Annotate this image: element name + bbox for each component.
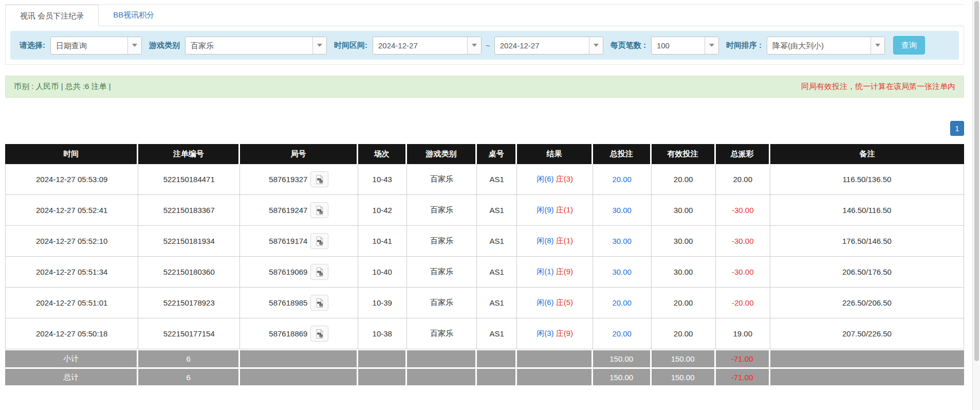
chevron-down-icon[interactable] <box>467 37 481 54</box>
result-banker: 庄(1) <box>556 205 573 214</box>
result-banker: 庄(9) <box>556 267 573 276</box>
round-id-text: 587619174 <box>269 237 307 245</box>
chevron-down-icon[interactable] <box>127 37 141 54</box>
subtotal-label: 小计 <box>5 349 138 367</box>
cell-time: 2024-12-27 05:51:34 <box>5 257 138 288</box>
date-to-picker[interactable]: 2024-12-27 <box>494 37 603 55</box>
cell-round-id: 587619247 <box>240 195 358 226</box>
cell-total-bet: 30.00 <box>593 226 652 257</box>
game-type-select[interactable]: 百家乐 <box>185 37 327 55</box>
cell-payout: 20.00 <box>716 164 770 195</box>
cell-result: 闲(6) 庄(3) <box>517 164 593 195</box>
video-replay-button[interactable] <box>310 295 328 311</box>
cell-table-no: AS1 <box>477 257 517 288</box>
same-round-note-text: 同局有效投注，统一计算在该局第一张注单内 <box>801 82 955 92</box>
page-size-value: 100 <box>652 37 705 54</box>
col-session: 场次 <box>358 144 407 164</box>
total-bet-link[interactable]: 30.00 <box>612 206 632 215</box>
video-file-icon <box>315 205 325 216</box>
cell-payout: 19.00 <box>716 318 770 349</box>
cell-round-id: 587619174 <box>240 226 358 257</box>
cell-time: 2024-12-27 05:51:01 <box>5 288 138 318</box>
tab-bb-video-points[interactable]: BB视讯积分 <box>99 4 169 26</box>
query-type-select[interactable]: 日期查询 <box>50 37 142 55</box>
cell-valid-bet: 20.00 <box>652 318 716 349</box>
page-size-select[interactable]: 100 <box>651 37 719 55</box>
table-row: 2024-12-27 05:51:34 522150180360 5876190… <box>5 257 964 288</box>
chevron-down-icon[interactable] <box>589 37 603 54</box>
cell-game-type: 百家乐 <box>407 164 477 195</box>
col-time: 时间 <box>5 144 138 164</box>
col-total-bet: 总投注 <box>593 144 652 164</box>
cell-game-type: 百家乐 <box>407 257 477 288</box>
date-to-value: 2024-12-27 <box>495 37 589 54</box>
total-bet-link[interactable]: 20.00 <box>612 329 632 338</box>
subtotal-count: 6 <box>138 349 240 367</box>
table-row: 2024-12-27 05:52:41 522150183367 5876192… <box>5 195 964 226</box>
cell-bet-id: 522150184471 <box>138 164 240 195</box>
video-replay-button[interactable] <box>310 326 328 342</box>
cell-note: 176.50/146.50 <box>770 226 964 257</box>
table-row: 2024-12-27 05:53:09 522150184471 5876193… <box>5 164 964 195</box>
cell-table-no: AS1 <box>477 288 517 318</box>
chevron-down-icon[interactable] <box>312 37 326 54</box>
round-id-text: 587619247 <box>269 206 307 215</box>
query-button[interactable]: 查询 <box>893 36 925 55</box>
total-row: 总计 6 150.00 150.00 -71.00 <box>5 367 964 385</box>
date-from-value: 2024-12-27 <box>373 37 467 54</box>
total-bet-link[interactable]: 30.00 <box>612 237 632 245</box>
time-sort-select[interactable]: 降幂(由大到小) <box>767 37 885 55</box>
table-row: 2024-12-27 05:52:10 522150181934 5876191… <box>5 226 964 257</box>
cell-note: 116.50/136.50 <box>770 164 964 195</box>
col-result: 结果 <box>517 144 593 164</box>
cell-bet-id: 522150181934 <box>138 226 240 257</box>
total-bet-link[interactable]: 20.00 <box>612 298 632 307</box>
col-bet-id: 注单编号 <box>138 144 240 164</box>
cell-session: 10-41 <box>358 226 407 257</box>
page-1-button[interactable]: 1 <box>950 121 964 136</box>
result-player: 闲(6) <box>537 298 553 307</box>
cell-game-type: 百家乐 <box>407 288 477 318</box>
table-summary: 小计 6 150.00 150.00 -71.00 总计 6 150.00 15… <box>5 349 964 385</box>
video-replay-button[interactable] <box>310 233 328 249</box>
total-valid-bet: 150.00 <box>652 367 716 385</box>
total-total-bet: 150.00 <box>593 367 652 385</box>
cell-game-type: 百家乐 <box>407 195 477 226</box>
cell-time: 2024-12-27 05:52:10 <box>5 226 138 257</box>
cell-round-id: 587618985 <box>240 288 358 318</box>
total-bet-link[interactable]: 20.00 <box>612 175 632 184</box>
video-file-icon <box>315 174 325 185</box>
scrollbar-thumb[interactable] <box>974 1 979 361</box>
cell-payout: -30.00 <box>716 226 770 257</box>
time-sort-value: 降幂(由大到小) <box>767 37 871 54</box>
pagination: 1 <box>5 121 964 136</box>
video-file-icon <box>315 298 325 308</box>
subtotal-payout: -71.00 <box>716 349 770 367</box>
video-file-icon <box>315 329 325 339</box>
cell-valid-bet: 20.00 <box>652 164 716 195</box>
subtotal-row: 小计 6 150.00 150.00 -71.00 <box>5 349 964 367</box>
cell-bet-id: 522150183367 <box>138 195 240 226</box>
tab-video-bet-records[interactable]: 视讯 会员下注纪录 <box>5 5 99 26</box>
cell-round-id: 587618869 <box>240 318 358 349</box>
col-payout: 总派彩 <box>716 144 770 164</box>
vertical-scrollbar[interactable] <box>972 0 980 410</box>
summary-bar: 币别 : 人民币 | 总共 :6 注单 | 同局有效投注，统一计算在该局第一张注… <box>5 76 964 98</box>
cell-result: 闲(9) 庄(1) <box>517 195 593 226</box>
table-header: 时间 注单编号 局号 场次 游戏类别 桌号 结果 总投注 有效投注 总派彩 备注 <box>5 144 964 164</box>
cell-total-bet: 30.00 <box>593 195 652 226</box>
cell-total-bet: 20.00 <box>593 288 652 318</box>
date-from-picker[interactable]: 2024-12-27 <box>373 37 482 55</box>
tilde-separator: ~ <box>486 41 490 50</box>
total-bet-link[interactable]: 30.00 <box>612 268 632 276</box>
video-replay-button[interactable] <box>310 171 328 187</box>
total-label: 总计 <box>5 367 138 385</box>
chevron-down-icon[interactable] <box>871 37 884 54</box>
subtotal-total-bet: 150.00 <box>593 349 652 367</box>
cell-time: 2024-12-27 05:50:18 <box>5 318 138 349</box>
chevron-down-icon[interactable] <box>705 37 718 54</box>
cell-table-no: AS1 <box>477 164 517 195</box>
video-replay-button[interactable] <box>310 202 328 218</box>
video-replay-button[interactable] <box>310 264 328 280</box>
col-round-id: 局号 <box>240 144 358 164</box>
